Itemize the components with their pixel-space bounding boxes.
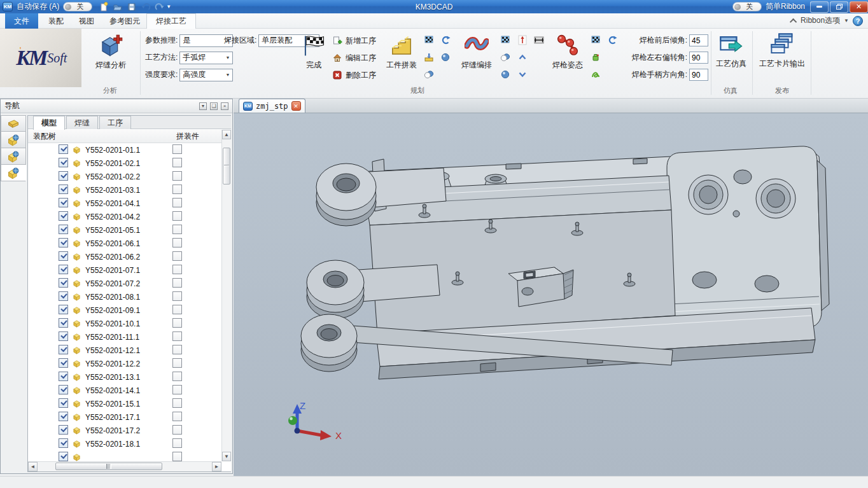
visibility-checkbox[interactable] — [59, 171, 68, 181]
arrow-horizontal-icon[interactable] — [534, 35, 544, 45]
nav-strip-button-cube-globe[interactable] — [1, 132, 26, 148]
help-icon[interactable]: ? — [853, 16, 863, 26]
table-row[interactable]: Y552-0201-01.1 — [28, 143, 221, 157]
pin-checkbox[interactable] — [172, 158, 182, 167]
pin-checkbox[interactable] — [172, 385, 182, 394]
vertical-scrollbar[interactable]: ▲ ▼ — [221, 130, 231, 461]
nav-strip-button-cube-globe[interactable] — [1, 148, 26, 165]
visibility-checkbox[interactable] — [59, 452, 68, 461]
document-close-icon[interactable]: ✕ — [291, 101, 301, 111]
table-row[interactable]: Y552-0201-06.1 — [28, 237, 221, 250]
panel-float-icon[interactable]: ❏ — [210, 102, 218, 110]
table-row[interactable]: Y552-0201-02.1 — [28, 157, 221, 170]
scrollbar-thumb[interactable] — [223, 148, 230, 185]
table-row[interactable]: Y552-0201-15.1 — [28, 397, 221, 410]
table-row[interactable]: Y552-0201-07.1 — [28, 263, 221, 277]
save-icon[interactable] — [127, 2, 137, 12]
minimize-button[interactable] — [810, 1, 829, 13]
open-folder-icon[interactable] — [113, 2, 123, 12]
tab-reference[interactable]: 参考图元 — [101, 13, 149, 29]
pin-checkbox[interactable] — [172, 412, 182, 421]
table-row[interactable]: Y552-0201-04.1 — [28, 197, 221, 210]
torch-yaw-angle-input[interactable] — [689, 52, 708, 64]
cube-globe-icon[interactable] — [7, 150, 20, 163]
tab-assembly[interactable]: 装配 — [39, 13, 73, 29]
scroll-down-button[interactable]: ▼ — [222, 452, 231, 461]
sphere-duo-icon[interactable] — [424, 69, 434, 80]
pin-checkbox[interactable] — [172, 358, 182, 368]
scroll-left-button[interactable]: ◄ — [28, 462, 38, 471]
add-process-button[interactable]: 新增工序 — [332, 35, 376, 46]
tab-view[interactable]: 视图 — [70, 13, 103, 29]
torch-pitch-angle-input[interactable] — [689, 34, 708, 46]
pin-checkbox[interactable] — [172, 171, 182, 181]
flag-icon[interactable] — [424, 35, 434, 45]
autosave-toggle[interactable]: 关 — [63, 2, 92, 11]
visibility-checkbox[interactable] — [59, 144, 68, 154]
strength-select[interactable]: 高强度▼ — [179, 69, 233, 81]
3d-viewport[interactable]: Z X — [234, 113, 868, 476]
visibility-checkbox[interactable] — [59, 438, 68, 448]
flag-icon[interactable] — [591, 35, 601, 45]
pin-checkbox[interactable] — [172, 211, 182, 221]
undo-icon[interactable] — [141, 2, 151, 12]
method-select[interactable]: 手弧焊▼ — [179, 52, 233, 64]
tab-file[interactable]: 文件 — [5, 13, 38, 29]
close-button[interactable]: ✕ — [850, 1, 868, 13]
table-row[interactable]: Y552-0201-03.1 — [28, 183, 221, 197]
weld-analysis-button[interactable]: 焊缝分析 — [85, 34, 136, 71]
visibility-checkbox[interactable] — [59, 238, 68, 247]
nav-strip-button-cube-globe[interactable] — [1, 165, 26, 181]
table-row[interactable]: Y552-0201-06.2 — [28, 250, 221, 263]
part-assembly-button[interactable]: 工件拼装 — [382, 34, 421, 71]
hscrollbar-thumb[interactable] — [55, 463, 162, 470]
visibility-checkbox[interactable] — [59, 331, 68, 341]
cad-model[interactable]: Z X — [234, 113, 868, 476]
pin-checkbox[interactable] — [172, 318, 182, 328]
visibility-checkbox[interactable] — [59, 412, 68, 421]
pin-checkbox[interactable] — [172, 238, 182, 247]
finish-button[interactable]: 完成 — [297, 34, 331, 71]
pin-checkbox[interactable] — [172, 225, 182, 234]
chevron-up-icon[interactable] — [517, 52, 528, 62]
table-row[interactable] — [28, 450, 221, 461]
table-row[interactable]: Y552-0201-02.2 — [28, 170, 221, 183]
table-row[interactable]: Y552-0201-12.2 — [28, 357, 221, 370]
pin-checkbox[interactable] — [172, 278, 182, 288]
visibility-checkbox[interactable] — [59, 305, 68, 314]
visibility-checkbox[interactable] — [59, 372, 68, 381]
horizontal-scrollbar[interactable]: ◄ ► — [28, 461, 221, 471]
slab-icon[interactable] — [7, 117, 20, 130]
sphere-duo-icon[interactable] — [500, 52, 510, 62]
tab-seam[interactable]: 焊缝 — [66, 116, 98, 129]
arrow-up-red-icon[interactable] — [517, 35, 528, 45]
edit-process-button[interactable]: 编辑工序 — [332, 52, 376, 64]
pin-checkbox[interactable] — [172, 425, 182, 435]
tab-model[interactable]: 模型 — [33, 116, 65, 130]
collapse-ribbon-icon[interactable] — [790, 18, 797, 25]
visibility-checkbox[interactable] — [59, 158, 68, 167]
table-row[interactable]: Y552-0201-17.1 — [28, 410, 221, 424]
visibility-checkbox[interactable] — [59, 425, 68, 435]
panel-close-icon[interactable]: × — [221, 102, 228, 110]
sphere-blue-icon[interactable] — [440, 52, 451, 62]
visibility-checkbox[interactable] — [59, 225, 68, 234]
pin-checkbox[interactable] — [172, 345, 182, 354]
simple-ribbon-toggle[interactable]: 关 — [732, 2, 762, 11]
visibility-checkbox[interactable] — [59, 265, 68, 274]
visibility-checkbox[interactable] — [59, 358, 68, 368]
panel-menu-icon[interactable]: ▾ — [199, 102, 207, 110]
delete-process-button[interactable]: 删除工序 — [332, 69, 376, 81]
cube-globe-icon[interactable] — [7, 167, 20, 179]
seam-arrange-button[interactable]: 焊缝编排 — [458, 34, 495, 71]
pin-checkbox[interactable] — [172, 265, 182, 274]
green-coil-icon[interactable] — [591, 69, 601, 80]
table-row[interactable]: Y552-0201-10.1 — [28, 317, 221, 330]
table-row[interactable]: Y552-0201-04.2 — [28, 210, 221, 223]
quick-access-dropdown-icon[interactable]: ▼ — [166, 4, 171, 10]
pin-checkbox[interactable] — [172, 398, 182, 408]
pin-checkbox[interactable] — [172, 185, 182, 194]
sphere-blue-icon[interactable] — [500, 69, 510, 80]
torch-pose-button[interactable]: 焊枪姿态 — [549, 34, 587, 71]
pin-checkbox[interactable] — [172, 452, 182, 461]
